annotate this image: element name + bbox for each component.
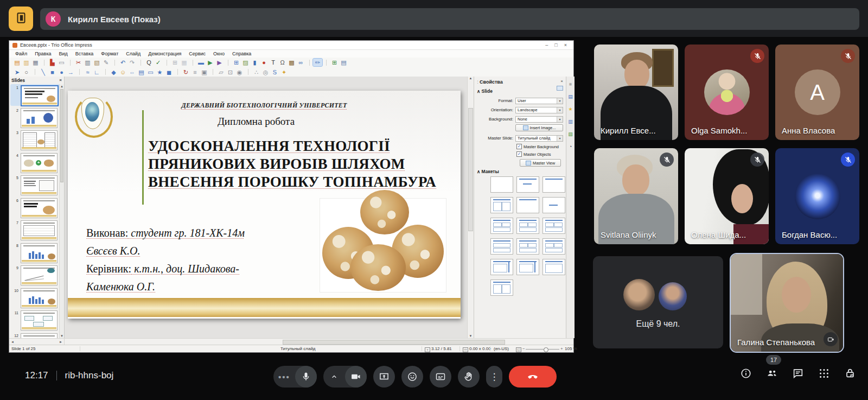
menu-item[interactable]: Окно — [209, 51, 228, 56]
insert-object-icon[interactable]: ● — [259, 59, 269, 66]
slide-layout-icon[interactable]: ▤ — [339, 59, 348, 66]
more-options-button[interactable]: ⋮ — [486, 366, 502, 388]
menu-item[interactable]: Формат — [97, 51, 122, 56]
slide-thumbnail[interactable]: 4+ — [10, 152, 59, 174]
callout-shapes-icon[interactable]: ▭ — [146, 68, 155, 76]
display-mode-icon[interactable]: ▬ — [196, 59, 206, 66]
clone-formatting-icon[interactable]: ✎ — [101, 59, 111, 66]
layouts-section-header[interactable]: ∧ Макеты — [477, 169, 499, 174]
line-arrow-icon[interactable]: → — [66, 68, 75, 76]
paste-icon[interactable]: ▧ — [92, 59, 101, 66]
select-icon[interactable]: ➤ — [12, 68, 22, 76]
layout-option[interactable] — [516, 218, 539, 234]
layout-option[interactable] — [516, 197, 539, 213]
open-icon[interactable]: ▥ — [22, 59, 31, 66]
status-zoom-value[interactable]: 105 % — [565, 346, 577, 351]
basic-shapes-icon[interactable]: ◆ — [109, 68, 118, 76]
scrollbar-thumb[interactable] — [60, 89, 63, 182]
properties-close-icon[interactable]: × — [560, 79, 563, 84]
new-slide-icon[interactable]: ⊞ — [330, 59, 339, 66]
layout-option[interactable] — [542, 259, 565, 275]
master-view-button[interactable]: Master View — [520, 159, 561, 167]
slide-thumbnail[interactable]: 10 — [10, 287, 59, 309]
menu-item[interactable]: Демонстрация — [144, 51, 185, 56]
present-button[interactable] — [373, 366, 395, 388]
edit-points-icon[interactable]: ∴ — [252, 68, 261, 76]
format-select[interactable]: User▾ — [515, 98, 563, 104]
insert-chart-icon[interactable]: ▮ — [250, 59, 259, 66]
slide-thumbnail[interactable]: 8 — [10, 242, 59, 264]
gallery-tab-icon[interactable]: ▧ — [566, 132, 575, 137]
slide-thumbnail[interactable]: 2 — [10, 107, 59, 129]
find-replace-icon[interactable]: Q — [144, 59, 154, 66]
spelling-icon[interactable]: ✓ — [154, 59, 163, 66]
slide-thumbnail[interactable]: 7 — [10, 219, 59, 241]
filter-icon[interactable]: ◉ — [235, 68, 244, 76]
minimize-button[interactable]: – — [545, 42, 548, 48]
block-arrows-icon[interactable]: ⇔ — [127, 68, 137, 76]
menu-item[interactable]: Слайд — [122, 51, 144, 56]
animation-tab-icon[interactable]: ★ — [566, 107, 575, 112]
slide-thumbnail[interactable]: 11 — [10, 309, 59, 331]
camera-button[interactable] — [345, 366, 367, 388]
insert-text-box-icon[interactable]: T — [269, 59, 278, 66]
status-language[interactable]: (en-US) — [494, 346, 509, 351]
slide-section-header[interactable]: ∧ Slide — [477, 88, 493, 94]
insert-image-button[interactable]: Insert Image... — [515, 124, 563, 131]
arrange-icon[interactable]: ▣ — [200, 68, 209, 76]
master-slides-tab-icon[interactable]: ▥ — [566, 119, 575, 124]
shadow-icon[interactable]: ▱ — [216, 68, 226, 76]
start-slideshow-icon[interactable]: ▶ — [206, 59, 215, 66]
export-pdf-icon[interactable]: ▙ — [48, 59, 57, 66]
curve-icon[interactable]: ≈ — [83, 68, 92, 76]
slides-panel-close-icon[interactable]: × — [59, 78, 62, 82]
insert-image-icon[interactable]: ▨ — [241, 59, 250, 66]
slide[interactable]: ДЕРЖАВНИЙ БІОТЕХНОЛОГІЧНИЙ УНІВЕРСИТЕТ Д… — [68, 91, 461, 319]
video-options-button[interactable] — [323, 372, 345, 381]
layout-option[interactable] — [490, 218, 513, 234]
layout-option[interactable] — [542, 218, 565, 234]
layout-option[interactable] — [542, 176, 565, 193]
copy-icon[interactable]: ▥ — [83, 59, 92, 66]
participant-tile[interactable]: Олена Шида... — [685, 148, 769, 244]
tile-camera-icon[interactable] — [824, 332, 838, 346]
participant-tile-active[interactable]: Галина Степанькова — [730, 253, 844, 353]
connector-icon[interactable]: ∟ — [92, 68, 101, 76]
participant-tile[interactable]: Svitlana Oliinyk — [594, 148, 678, 244]
zoom-in-icon[interactable]: + — [560, 346, 563, 351]
master-background-checkbox[interactable]: Master Background — [516, 144, 559, 149]
undo-icon[interactable]: ↶ — [118, 59, 127, 66]
hyperlink-icon[interactable]: ∞ — [296, 59, 305, 66]
zoom-slider-thumb[interactable] — [544, 347, 548, 352]
glue-points-icon[interactable]: ◎ — [261, 68, 270, 76]
layout-option[interactable] — [490, 259, 513, 275]
slide-thumbnail[interactable]: 5 — [10, 174, 59, 196]
slides-panel-scrollbar[interactable]: ▲ ▼ — [59, 84, 64, 338]
rotate-icon[interactable]: ↻ — [181, 68, 190, 76]
cut-icon[interactable]: ✂ — [74, 59, 83, 66]
presenter-console-icon[interactable]: ▶ — [215, 59, 224, 66]
3d-objects-icon[interactable]: ◼ — [164, 68, 174, 76]
properties-tab-icon[interactable]: ▤ — [566, 94, 575, 99]
participant-tile[interactable]: Olga Samokh... — [685, 45, 769, 140]
scrollbar-thumb[interactable] — [283, 340, 505, 345]
flowchart-shapes-icon[interactable]: ▤ — [137, 68, 146, 76]
insert-media-icon[interactable]: ▩ — [287, 59, 296, 66]
activities-button[interactable] — [818, 367, 830, 379]
save-icon[interactable]: ▦ — [31, 59, 40, 66]
master-objects-checkbox[interactable]: Master Objects — [516, 151, 551, 157]
symbol-shapes-icon[interactable]: ☺ — [118, 68, 127, 76]
redo-icon[interactable]: ↷ — [127, 59, 137, 66]
layout-option[interactable] — [516, 238, 539, 255]
layout-option[interactable] — [542, 197, 565, 213]
vertical-scrollbar[interactable]: ▲ ▼ — [467, 77, 474, 338]
slide-thumbnail[interactable]: 3 — [10, 129, 59, 151]
overflow-tile[interactable]: Ещё 9 чел. — [593, 256, 723, 348]
presenter-pill[interactable]: К Кирилл Евсеев (Показ) — [40, 8, 859, 30]
transition-tab-icon[interactable]: ◔ — [566, 144, 575, 149]
layout-option[interactable] — [516, 176, 539, 193]
menu-item[interactable]: Правка — [31, 51, 55, 56]
fontwork-icon[interactable]: S — [270, 68, 279, 76]
extrusion-icon[interactable]: ✦ — [279, 68, 289, 76]
insert-line-icon[interactable]: ╲ — [39, 68, 48, 76]
